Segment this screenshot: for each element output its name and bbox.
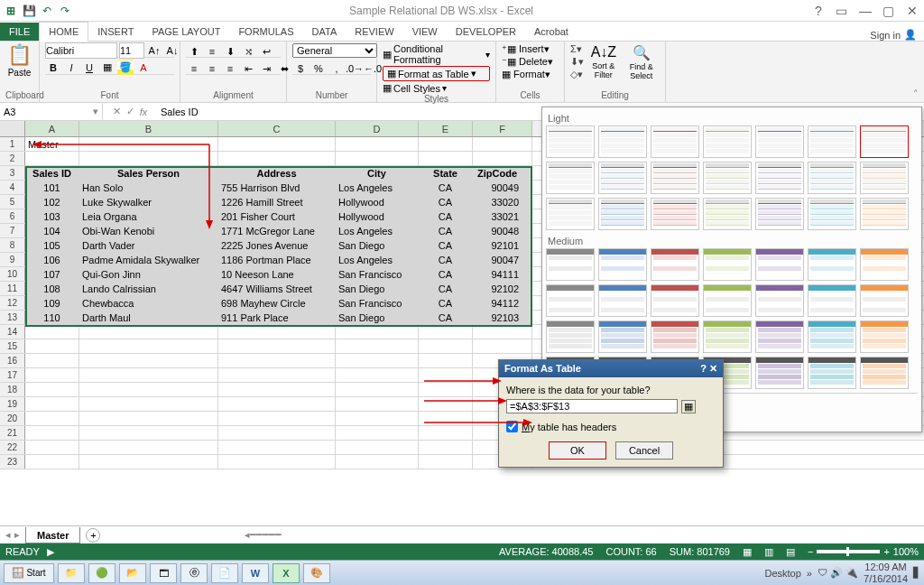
sheet-tab-master[interactable]: Master xyxy=(25,527,80,543)
row-header[interactable]: 7 xyxy=(0,224,25,237)
col-header-a[interactable]: A xyxy=(25,121,79,136)
table-style-medium[interactable] xyxy=(808,320,856,353)
row-header[interactable]: 6 xyxy=(0,209,25,223)
tab-file[interactable]: FILE xyxy=(0,23,39,41)
percent-icon[interactable]: % xyxy=(310,60,327,77)
font-name-input[interactable] xyxy=(45,42,117,59)
tab-acrobat[interactable]: Acrobat xyxy=(525,23,578,41)
view-layout-icon[interactable]: ▥ xyxy=(764,546,773,558)
table-style-light[interactable] xyxy=(598,198,647,230)
table-style-light[interactable] xyxy=(808,162,856,194)
table-style-medium[interactable] xyxy=(651,320,699,353)
row-header[interactable]: 3 xyxy=(0,166,25,180)
prev-sheet-icon[interactable]: ◂ xyxy=(5,529,11,541)
minimize-icon[interactable]: — xyxy=(857,4,873,18)
row-header[interactable]: 2 xyxy=(0,152,25,165)
table-style-medium[interactable] xyxy=(651,284,699,317)
table-style-light[interactable] xyxy=(860,125,909,158)
table-style-light[interactable] xyxy=(651,198,699,230)
excel-icon[interactable]: X xyxy=(273,563,300,583)
table-style-medium[interactable] xyxy=(598,284,647,317)
table-style-medium[interactable] xyxy=(703,284,752,317)
table-style-light[interactable] xyxy=(755,198,804,230)
table-style-light[interactable] xyxy=(546,125,595,158)
row-header[interactable]: 9 xyxy=(0,253,25,266)
table-style-light[interactable] xyxy=(808,198,856,230)
select-all-corner[interactable] xyxy=(0,121,25,136)
close-icon[interactable]: ✕ xyxy=(904,4,920,18)
view-normal-icon[interactable]: ▦ xyxy=(743,546,752,558)
table-style-light[interactable] xyxy=(651,125,699,158)
clock-time[interactable]: 12:09 AM xyxy=(864,562,906,572)
col-header-e[interactable]: E xyxy=(419,121,473,136)
row-header[interactable]: 14 xyxy=(0,325,25,339)
save-icon[interactable]: 💾 xyxy=(22,4,36,18)
enter-formula-icon[interactable]: ✓ xyxy=(126,106,134,117)
zoom-level[interactable]: 100% xyxy=(893,546,919,557)
notes-icon[interactable]: 📄 xyxy=(211,563,238,583)
row-header[interactable]: 17 xyxy=(0,368,25,382)
range-input[interactable] xyxy=(506,399,678,413)
row-header[interactable]: 8 xyxy=(0,238,25,252)
row-header[interactable]: 10 xyxy=(0,267,25,281)
cond-format-icon[interactable]: ▦ xyxy=(383,49,392,60)
maximize-icon[interactable]: ▢ xyxy=(881,4,897,18)
row-header[interactable]: 15 xyxy=(0,339,25,353)
table-style-medium[interactable] xyxy=(703,320,752,353)
row-header[interactable]: 1 xyxy=(0,137,25,151)
format-button[interactable]: ▦ Format▾ xyxy=(502,69,559,80)
col-header-b[interactable]: B xyxy=(79,121,218,136)
table-style-light[interactable] xyxy=(860,162,909,194)
comma-icon[interactable]: , xyxy=(328,60,345,77)
show-desktop[interactable]: Desktop xyxy=(764,568,800,579)
cancel-formula-icon[interactable]: ✕ xyxy=(113,106,121,117)
sort-filter-icon[interactable]: A↓Z xyxy=(591,44,616,60)
row-header[interactable]: 5 xyxy=(0,195,25,209)
fill-color-icon[interactable]: 🪣 xyxy=(117,60,134,76)
table-style-light[interactable] xyxy=(546,162,595,194)
row-header[interactable]: 11 xyxy=(0,282,25,295)
align-left-icon[interactable]: ≡ xyxy=(186,60,202,77)
undo-icon[interactable]: ↶ xyxy=(40,4,54,18)
app1-icon[interactable]: 🗔 xyxy=(150,563,177,583)
align-right-icon[interactable]: ≡ xyxy=(222,60,238,77)
fx-icon[interactable]: fx xyxy=(140,107,148,117)
underline-button[interactable]: U xyxy=(81,60,97,76)
row-header[interactable]: 12 xyxy=(0,296,25,310)
table-style-light[interactable] xyxy=(755,162,804,194)
table-style-medium[interactable] xyxy=(808,248,856,281)
align-center-icon[interactable]: ≡ xyxy=(204,60,220,77)
zoom-in-icon[interactable]: + xyxy=(883,546,889,557)
range-picker-icon[interactable]: ▦ xyxy=(681,400,696,413)
table-style-medium[interactable] xyxy=(598,320,647,353)
zoom-out-icon[interactable]: − xyxy=(808,546,813,557)
italic-button[interactable]: I xyxy=(63,60,79,76)
table-style-medium[interactable] xyxy=(755,248,804,281)
tab-insert[interactable]: INSERT xyxy=(88,23,143,41)
paste-icon[interactable]: 📋 xyxy=(7,43,32,67)
cancel-button[interactable]: Cancel xyxy=(615,441,673,460)
macro-rec-icon[interactable]: ▶ xyxy=(47,546,54,558)
folder2-icon[interactable]: 📂 xyxy=(119,563,146,583)
delete-button[interactable]: ⁻▦ Delete▾ xyxy=(502,56,559,68)
table-style-medium[interactable] xyxy=(598,248,647,281)
ok-button[interactable]: OK xyxy=(549,441,606,460)
number-format-select[interactable]: General xyxy=(292,43,377,58)
sign-in-link[interactable]: Sign in👤 xyxy=(870,29,924,41)
insert-button[interactable]: ⁺▦ Insert▾ xyxy=(502,43,559,55)
collapse-ribbon-icon[interactable]: ˄ xyxy=(913,88,919,100)
word-icon[interactable]: W xyxy=(242,563,269,583)
font-color-icon[interactable]: A xyxy=(135,60,152,76)
table-style-medium[interactable] xyxy=(651,248,699,281)
currency-icon[interactable]: $ xyxy=(292,60,309,77)
next-sheet-icon[interactable]: ▸ xyxy=(14,529,20,541)
table-style-light[interactable] xyxy=(546,198,595,230)
row-header[interactable]: 19 xyxy=(0,397,25,411)
dialog-help-icon[interactable]: ? ✕ xyxy=(700,363,717,375)
orientation-icon[interactable]: ⤭ xyxy=(240,43,256,60)
table-style-medium[interactable] xyxy=(860,248,909,281)
table-style-light[interactable] xyxy=(703,125,752,158)
table-style-medium[interactable] xyxy=(860,284,909,317)
row-header[interactable]: 20 xyxy=(0,412,25,425)
decrease-font-icon[interactable]: A↓ xyxy=(164,42,180,59)
